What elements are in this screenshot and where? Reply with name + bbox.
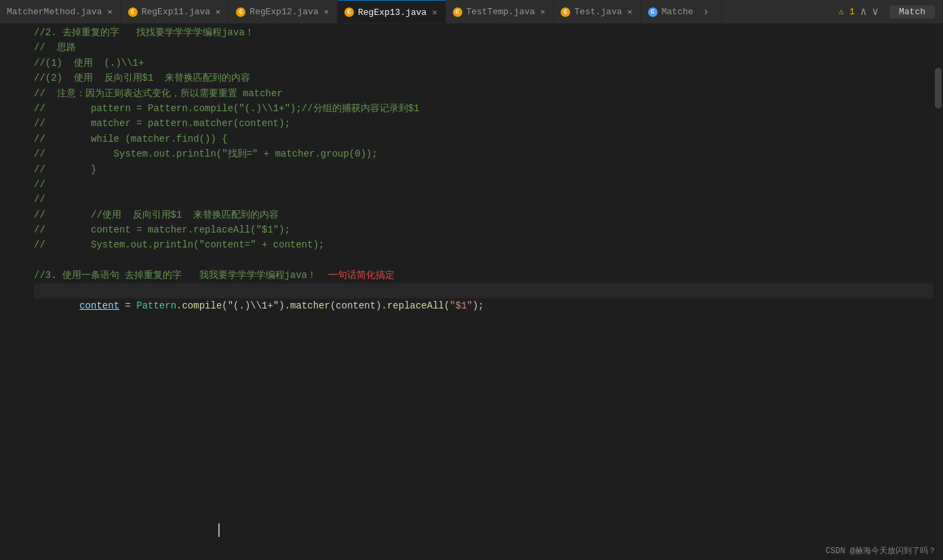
code-line: // pattern = Pattern.compile("(.)\\1+");… (34, 101, 943, 116)
code-line: // (34, 192, 943, 207)
line-num (0, 56, 27, 71)
watermark-text: CSDN @赫海今天放闪到了吗？ (826, 545, 936, 557)
tab-test[interactable]: C Test.java ✕ (554, 0, 641, 24)
code-line: // matcher = pattern.matcher(content); (34, 116, 943, 131)
code-line: // System.out.println("content=" + conte… (34, 237, 943, 252)
code-line: // while (matcher.find()) { (34, 132, 943, 146)
close-icon[interactable]: ✕ (430, 7, 438, 18)
line-num (0, 268, 27, 283)
line-num (0, 132, 27, 146)
line-num (0, 116, 27, 131)
line-num (0, 237, 27, 252)
line-num (0, 86, 27, 101)
close-icon[interactable]: ✕ (106, 6, 113, 18)
tab-matchermethod[interactable]: MatcherMethod.java ✕ (0, 0, 121, 24)
line-num (0, 25, 27, 40)
tab-file-icon: C (344, 7, 354, 17)
tab-matche[interactable]: C Matche › (641, 0, 722, 24)
line-num (0, 146, 27, 161)
tab-label: TestTemp.java (466, 7, 535, 17)
line-num (0, 283, 27, 298)
tab-testtemp[interactable]: C TestTemp.java ✕ (446, 0, 555, 24)
line-num (0, 207, 27, 222)
tab-label: RegExp12.java (249, 7, 318, 17)
tab-label: RegExp13.java (358, 7, 426, 18)
tab-label: MatcherMethod.java (7, 7, 102, 17)
tab-label: RegExp11.java (142, 7, 210, 17)
tab-file-icon: C (453, 7, 462, 17)
tab-file-icon: C (648, 7, 658, 17)
line-num (0, 177, 27, 192)
code-editor-area: //2. 去掉重复的字 找找要学学学学编程java！ // 思路 //(1) 使… (0, 24, 943, 560)
tab-label: Test.java (574, 7, 622, 17)
tab-label: Matche (662, 7, 694, 17)
line-num (0, 71, 27, 85)
tab-bar: MatcherMethod.java ✕ C RegExp11.java ✕ C… (0, 0, 943, 24)
next-warning-icon[interactable]: ∨ (872, 5, 879, 18)
code-line: //3. 使用一条语句 去掉重复的字 我我要学学学学编程java！ 一句话简化搞… (34, 268, 943, 283)
code-line: // } (34, 162, 943, 177)
prev-warning-icon[interactable]: ∧ (860, 5, 867, 18)
code-line: // content = matcher.replaceAll("$1"); (34, 222, 943, 237)
scrollbar-track[interactable] (934, 47, 943, 560)
code-line: // 注意：因为正则表达式变化，所以需要重置 matcher (34, 86, 943, 101)
tab-regexp13[interactable]: C RegExp13.java ✕ (338, 0, 446, 24)
close-icon[interactable]: ✕ (539, 6, 546, 18)
line-num (0, 162, 27, 177)
line-num (0, 40, 27, 55)
match-button[interactable]: Match (889, 5, 935, 18)
tab-file-icon: C (128, 7, 138, 17)
tab-file-icon: C (236, 7, 245, 17)
tab-regexp12[interactable]: C RegExp12.java ✕ (229, 0, 338, 24)
warning-badge: ⚠ 1 (839, 6, 854, 17)
line-num (0, 192, 27, 207)
line-num (0, 222, 27, 237)
code-line-active[interactable]: content = Pattern.compile("(.)\\1+").mat… (34, 283, 943, 298)
tab-overflow-icon[interactable]: › (698, 6, 715, 18)
tab-file-icon: C (561, 7, 570, 17)
close-icon[interactable]: ✕ (626, 6, 634, 18)
line-num (0, 253, 27, 268)
line-num (0, 101, 27, 116)
code-editor-content[interactable]: //2. 去掉重复的字 找找要学学学学编程java！ // 思路 //(1) 使… (34, 24, 943, 560)
close-icon[interactable]: ✕ (214, 6, 222, 18)
code-line: //(1) 使用 (.)\\1+ (34, 56, 943, 71)
close-icon[interactable]: ✕ (323, 6, 330, 18)
scrollbar-thumb[interactable] (935, 68, 942, 108)
code-line: // //使用 反向引用$1 来替换匹配到的内容 (34, 207, 943, 222)
code-line: //(2) 使用 反向引用$1 来替换匹配到的内容 (34, 71, 943, 85)
tab-regexp11[interactable]: C RegExp11.java ✕ (121, 0, 230, 24)
code-line: //2. 去掉重复的字 找找要学学学学编程java！ (34, 25, 943, 40)
code-line: // System.out.println("找到=" + matcher.gr… (34, 146, 943, 161)
code-line: // 思路 (34, 40, 943, 55)
code-line: // (34, 177, 943, 192)
code-line (34, 253, 943, 268)
line-numbers-gutter (0, 24, 34, 560)
